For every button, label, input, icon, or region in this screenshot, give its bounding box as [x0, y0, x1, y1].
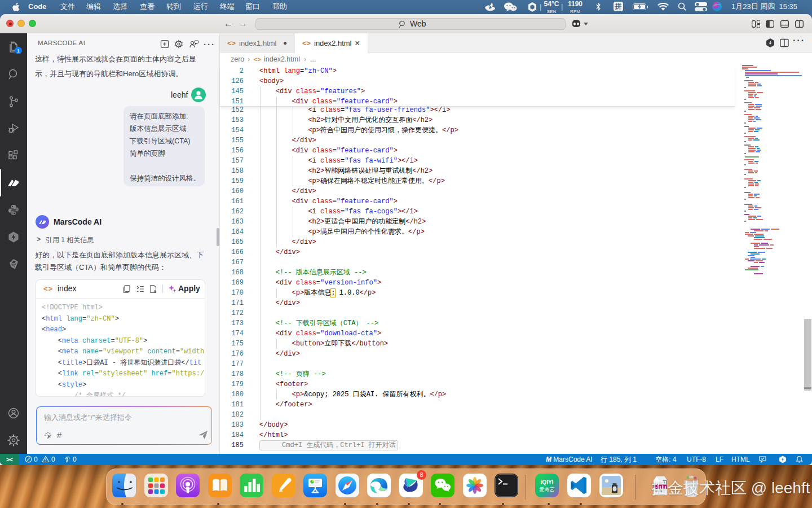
svg-text:iQIYI: iQIYI — [541, 479, 554, 485]
svg-text:爱奇艺: 爱奇艺 — [540, 487, 555, 492]
